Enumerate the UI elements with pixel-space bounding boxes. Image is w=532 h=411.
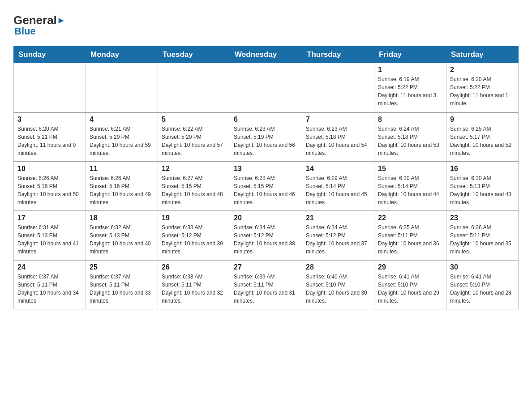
calendar-cell: 3Sunrise: 6:20 AM Sunset: 5:21 PM Daylig… (14, 112, 86, 162)
calendar-cell: 21Sunrise: 6:34 AM Sunset: 5:12 PM Dayli… (302, 211, 374, 260)
day-info: Sunrise: 6:26 AM Sunset: 5:16 PM Dayligh… (17, 174, 82, 206)
day-number: 1 (378, 66, 442, 74)
day-number: 17 (17, 214, 82, 222)
day-info: Sunrise: 6:41 AM Sunset: 5:10 PM Dayligh… (378, 273, 442, 305)
day-info: Sunrise: 6:34 AM Sunset: 5:12 PM Dayligh… (306, 223, 370, 256)
day-info: Sunrise: 6:36 AM Sunset: 5:11 PM Dayligh… (450, 223, 515, 256)
day-info: Sunrise: 6:33 AM Sunset: 5:12 PM Dayligh… (162, 223, 226, 256)
day-number: 28 (306, 263, 370, 271)
calendar-cell (14, 63, 86, 112)
calendar-cell: 4Sunrise: 6:21 AM Sunset: 5:20 PM Daylig… (86, 112, 158, 162)
calendar-cell: 2Sunrise: 6:20 AM Sunset: 5:22 PM Daylig… (446, 63, 519, 112)
day-number: 2 (450, 66, 515, 74)
calendar-cell: 18Sunrise: 6:32 AM Sunset: 5:13 PM Dayli… (86, 211, 158, 260)
calendar-cell: 28Sunrise: 6:40 AM Sunset: 5:10 PM Dayli… (302, 260, 374, 309)
weekday-header-tuesday: Tuesday (158, 47, 230, 63)
weekday-header-sunday: Sunday (14, 47, 86, 63)
weekday-header-monday: Monday (86, 47, 158, 63)
calendar-week-row: 10Sunrise: 6:26 AM Sunset: 5:16 PM Dayli… (14, 162, 519, 211)
day-info: Sunrise: 6:27 AM Sunset: 5:15 PM Dayligh… (162, 174, 226, 206)
calendar-table: SundayMondayTuesdayWednesdayThursdayFrid… (13, 46, 519, 309)
day-info: Sunrise: 6:35 AM Sunset: 5:11 PM Dayligh… (378, 223, 442, 256)
day-info: Sunrise: 6:29 AM Sunset: 5:14 PM Dayligh… (306, 174, 370, 206)
weekday-header-wednesday: Wednesday (230, 47, 302, 63)
logo-blue-text: ► (57, 15, 66, 26)
day-number: 26 (162, 263, 226, 271)
day-info: Sunrise: 6:37 AM Sunset: 5:11 PM Dayligh… (90, 273, 154, 305)
calendar-cell (230, 63, 302, 112)
calendar-cell (158, 63, 230, 112)
day-info: Sunrise: 6:30 AM Sunset: 5:13 PM Dayligh… (450, 174, 515, 206)
day-number: 13 (234, 165, 298, 173)
day-info: Sunrise: 6:23 AM Sunset: 5:19 PM Dayligh… (234, 125, 298, 157)
weekday-header-friday: Friday (374, 47, 446, 63)
day-info: Sunrise: 6:20 AM Sunset: 5:22 PM Dayligh… (450, 75, 515, 107)
calendar-cell: 8Sunrise: 6:24 AM Sunset: 5:18 PM Daylig… (374, 112, 446, 162)
day-number: 27 (234, 263, 298, 271)
weekday-header-saturday: Saturday (446, 47, 519, 63)
day-number: 24 (17, 263, 82, 271)
calendar-cell: 20Sunrise: 6:34 AM Sunset: 5:12 PM Dayli… (230, 211, 302, 260)
day-number: 29 (378, 263, 442, 271)
calendar-cell: 12Sunrise: 6:27 AM Sunset: 5:15 PM Dayli… (158, 162, 230, 211)
day-number: 3 (17, 116, 82, 124)
calendar-cell: 6Sunrise: 6:23 AM Sunset: 5:19 PM Daylig… (230, 112, 302, 162)
day-info: Sunrise: 6:22 AM Sunset: 5:20 PM Dayligh… (162, 125, 226, 157)
calendar-cell: 15Sunrise: 6:30 AM Sunset: 5:14 PM Dayli… (374, 162, 446, 211)
day-number: 6 (234, 116, 298, 124)
logo-blue-line: Blue (13, 26, 36, 37)
calendar-cell: 22Sunrise: 6:35 AM Sunset: 5:11 PM Dayli… (374, 211, 446, 260)
day-info: Sunrise: 6:26 AM Sunset: 5:16 PM Dayligh… (90, 174, 154, 206)
day-number: 9 (450, 116, 515, 124)
weekday-header-thursday: Thursday (302, 47, 374, 63)
day-info: Sunrise: 6:37 AM Sunset: 5:11 PM Dayligh… (17, 273, 82, 305)
day-number: 11 (90, 165, 154, 173)
day-info: Sunrise: 6:21 AM Sunset: 5:20 PM Dayligh… (90, 125, 154, 157)
day-number: 4 (90, 116, 154, 124)
calendar-cell: 26Sunrise: 6:38 AM Sunset: 5:11 PM Dayli… (158, 260, 230, 309)
calendar-cell: 30Sunrise: 6:41 AM Sunset: 5:10 PM Dayli… (446, 260, 519, 309)
calendar-cell: 27Sunrise: 6:39 AM Sunset: 5:11 PM Dayli… (230, 260, 302, 309)
day-info: Sunrise: 6:24 AM Sunset: 5:18 PM Dayligh… (378, 125, 442, 157)
page-header: General ► Blue (13, 13, 519, 37)
day-number: 16 (450, 165, 515, 173)
calendar-cell: 9Sunrise: 6:25 AM Sunset: 5:17 PM Daylig… (446, 112, 519, 162)
calendar-cell: 19Sunrise: 6:33 AM Sunset: 5:12 PM Dayli… (158, 211, 230, 260)
day-number: 12 (162, 165, 226, 173)
day-number: 22 (378, 214, 442, 222)
calendar-week-row: 24Sunrise: 6:37 AM Sunset: 5:11 PM Dayli… (14, 260, 519, 309)
day-info: Sunrise: 6:32 AM Sunset: 5:13 PM Dayligh… (90, 223, 154, 256)
day-number: 23 (450, 214, 515, 222)
day-info: Sunrise: 6:34 AM Sunset: 5:12 PM Dayligh… (234, 223, 298, 256)
calendar-cell: 14Sunrise: 6:29 AM Sunset: 5:14 PM Dayli… (302, 162, 374, 211)
day-info: Sunrise: 6:31 AM Sunset: 5:13 PM Dayligh… (17, 223, 82, 256)
day-info: Sunrise: 6:19 AM Sunset: 5:22 PM Dayligh… (378, 75, 442, 107)
day-number: 15 (378, 165, 442, 173)
calendar-cell: 29Sunrise: 6:41 AM Sunset: 5:10 PM Dayli… (374, 260, 446, 309)
calendar-cell (302, 63, 374, 112)
day-info: Sunrise: 6:38 AM Sunset: 5:11 PM Dayligh… (162, 273, 226, 305)
day-number: 8 (378, 116, 442, 124)
calendar-cell: 11Sunrise: 6:26 AM Sunset: 5:16 PM Dayli… (86, 162, 158, 211)
calendar-cell: 10Sunrise: 6:26 AM Sunset: 5:16 PM Dayli… (14, 162, 86, 211)
day-number: 30 (450, 263, 515, 271)
calendar-week-row: 3Sunrise: 6:20 AM Sunset: 5:21 PM Daylig… (14, 112, 519, 162)
day-info: Sunrise: 6:39 AM Sunset: 5:11 PM Dayligh… (234, 273, 298, 305)
day-info: Sunrise: 6:23 AM Sunset: 5:18 PM Dayligh… (306, 125, 370, 157)
day-number: 5 (162, 116, 226, 124)
calendar-week-row: 1Sunrise: 6:19 AM Sunset: 5:22 PM Daylig… (14, 63, 519, 112)
calendar-cell: 5Sunrise: 6:22 AM Sunset: 5:20 PM Daylig… (158, 112, 230, 162)
calendar-cell: 17Sunrise: 6:31 AM Sunset: 5:13 PM Dayli… (14, 211, 86, 260)
calendar-cell: 13Sunrise: 6:28 AM Sunset: 5:15 PM Dayli… (230, 162, 302, 211)
day-number: 10 (17, 165, 82, 173)
day-number: 20 (234, 214, 298, 222)
calendar-cell: 1Sunrise: 6:19 AM Sunset: 5:22 PM Daylig… (374, 63, 446, 112)
day-number: 25 (90, 263, 154, 271)
day-info: Sunrise: 6:41 AM Sunset: 5:10 PM Dayligh… (450, 273, 515, 305)
day-number: 7 (306, 116, 370, 124)
calendar-cell: 23Sunrise: 6:36 AM Sunset: 5:11 PM Dayli… (446, 211, 519, 260)
day-info: Sunrise: 6:25 AM Sunset: 5:17 PM Dayligh… (450, 125, 515, 157)
weekday-header-row: SundayMondayTuesdayWednesdayThursdayFrid… (14, 47, 519, 63)
calendar-cell: 7Sunrise: 6:23 AM Sunset: 5:18 PM Daylig… (302, 112, 374, 162)
day-number: 21 (306, 214, 370, 222)
